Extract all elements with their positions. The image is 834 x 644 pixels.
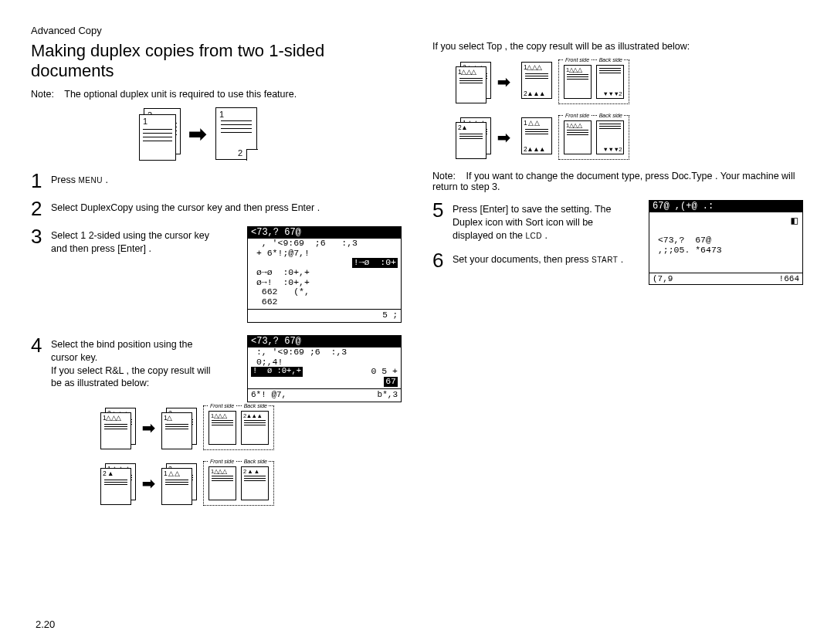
section-label: Advanced Copy [31,25,803,36]
arrow-icon: ➡ [497,128,510,147]
lcd-screen-1: <73,? 67@ , '<9:69 ;6 :,3 + 6*!;@7,! !→ø… [247,226,402,323]
top-diagram-row-1: 2▲▲▲ 1△△△ ➡ 1△△△2▲▲▲ Front side Back sid… [456,59,803,104]
rl-diagram-row-2: 1 △ △ △ 2 ▲ ➡ 2 1 △ △ Front side Back si… [100,461,402,506]
step-2: 2 Select DuplexCopy using the cursor key… [31,198,402,219]
arrow-icon: ➡ [142,474,155,493]
note-doc-type: Note: If you want to change the document… [432,171,803,192]
step-4: 4 Select the bind position using the cur… [31,335,216,391]
page-number: 2.20 [36,619,55,630]
lcd-screen-3: 67@ ,(+@ .: ◧ <73,? 67@ ,;;05. *6473 (7,… [649,200,803,285]
lcd-screen-2: <73,? 67@ :, '<9:69 ;6 :,3 0;,4! ! ø :0+… [247,335,402,402]
step-1: 1 Press MENU . [31,171,402,191]
arrow-icon: ➡ [142,419,155,437]
step-3: 3 Select 1 2-sided using the cursor key … [31,226,216,256]
rl-diagram-row-1: 2▲▲▲ 1△△△ ➡ 2 1△ Front side Back side 1△… [100,405,402,450]
top-illustration: 2 1 ➡ 1 2 [139,107,402,160]
step-5: 5 Press [Enter] to save the setting. The… [432,200,633,242]
note: Note: The optional duplex unit is requir… [31,89,402,100]
page-title: Making duplex copies from two 1-sided do… [31,41,402,81]
arrow-icon: ➡ [497,73,510,91]
step-6: 6 Set your documents, then press START . [432,250,633,270]
arrow-icon: ➡ [188,121,206,147]
top-diagram-row-2: 1 △ △ △ 2▲ ➡ 1 △ △2▲▲▲ Front side Back s… [456,115,803,160]
top-select-note: If you select Top , the copy result will… [432,41,803,52]
